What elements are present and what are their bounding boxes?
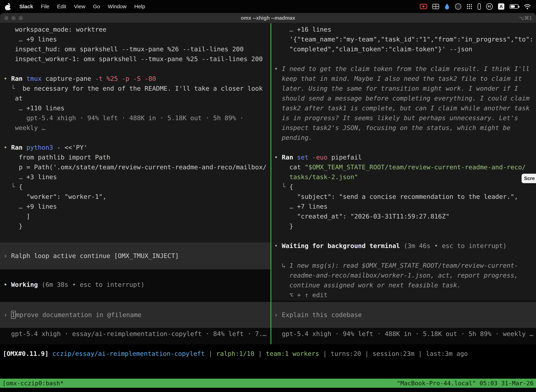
terminal-line: ⌥ + ↑ edit: [271, 290, 536, 300]
right-input-row[interactable]: › Explain this codebase: [271, 302, 536, 328]
zoom-button[interactable]: [19, 16, 23, 20]
menu-item-view[interactable]: View: [70, 4, 89, 9]
terminal-line: • Ran tmux capture-pane -t %25 -p -S -80: [0, 74, 270, 84]
terminal-line: keep that in mind. Maybe I also need the…: [271, 74, 536, 84]
screen-share-overlay[interactable]: Scre: [522, 174, 536, 183]
tmux-host-time: "MacBook-Pro-44.local" 05:03 31-Mar-26: [397, 379, 534, 388]
badge-61-icon[interactable]: 61: [486, 2, 493, 10]
terminal-line: from pathlib import Path: [0, 152, 270, 162]
terminal-line: p = Path('.omx/state/team/review-current…: [0, 162, 270, 172]
terminal-line: inspect_hud: omx sparkshell --tmux-pane …: [0, 44, 270, 54]
grid-icon[interactable]: [432, 2, 439, 10]
dots-grid-icon[interactable]: [467, 2, 472, 10]
tmux-status-bar: [omx-cczip0:bash* "MacBook-Pro-44.local"…: [0, 379, 536, 388]
terminal-line: … +110 lines: [0, 103, 270, 113]
terminal-line: is in progress? It seems likely but perh…: [271, 113, 536, 123]
left-input-row[interactable]: › Improve documentation in @filename: [0, 302, 270, 328]
working-status: • Working (6m 38s • esc to interrupt): [0, 280, 270, 289]
wifi-icon[interactable]: [524, 2, 531, 10]
terminal-line: … +9 lines: [0, 34, 270, 44]
terminal-line: • I need to get the claim token from the…: [271, 64, 536, 74]
window-shortcut-hint: ⌥⌘1: [519, 15, 532, 21]
traffic-lights: [4, 13, 23, 23]
terminal-line: later. Using the same for transition mig…: [271, 84, 536, 93]
terminal-line: "subject": "send a concise recommendatio…: [271, 192, 536, 202]
battery-icon[interactable]: [510, 2, 518, 10]
terminal-line: at: [0, 93, 270, 103]
terminal-line: cat "$OMX_TEAM_STATE_ROOT/team/review-cu…: [271, 162, 536, 172]
terminal-line: inspect_worker-1: omx sparkshell --tmux-…: [0, 54, 270, 64]
menu-item-slack[interactable]: Slack: [15, 4, 37, 9]
menu-items: SlackFileEditViewGoWindowHelp: [15, 4, 149, 9]
right-input-text[interactable]: › Explain this codebase: [271, 310, 536, 320]
terminal-line: should send a message before completing …: [271, 93, 536, 103]
tmux-session-info: [omx-cczip0:bash*: [2, 379, 64, 388]
terminal-line: [271, 54, 536, 64]
input-source-icon[interactable]: A: [498, 2, 504, 10]
terminal-line: task2 after task1 is complete, but can I…: [271, 103, 536, 113]
terminal-line: └ be necessary for the end of the README…: [0, 84, 270, 93]
menu-item-help[interactable]: Help: [130, 4, 149, 9]
close-button[interactable]: [4, 16, 9, 20]
window-title: omx --xhigh --madmax: [241, 15, 295, 21]
terminal-line: • Ran python3 - <<'PY': [0, 143, 270, 152]
tmux-pane-right[interactable]: … +16 lines '{"team_name":"my-team","tas…: [271, 23, 536, 344]
menu-item-window[interactable]: Window: [104, 4, 130, 9]
terminal-line: [271, 251, 536, 261]
tmux-pane-left[interactable]: workspace_mode: worktree … +9 lines insp…: [0, 23, 270, 344]
left-footer: gpt-5.4 xhigh · essay/ai-reimplementatio…: [0, 329, 270, 339]
right-scrollback: … +16 lines '{"team_name":"my-team","tas…: [271, 23, 536, 300]
terminal-line: ]: [0, 211, 270, 221]
terminal-line: [0, 64, 270, 74]
terminal-line: weekly …: [0, 123, 270, 133]
terminal-line: [271, 231, 536, 241]
left-input-text[interactable]: › Improve documentation in @filename: [0, 310, 270, 320]
menu-item-file[interactable]: File: [37, 4, 53, 9]
terminal-line: }: [0, 221, 270, 231]
terminal-line: … +3 lines: [0, 172, 270, 182]
terminal-line: └ {: [271, 182, 536, 192]
screen-share-overlay-label: Scre: [524, 176, 535, 181]
terminal-line: • Ran set -euo pipefail: [271, 152, 536, 162]
menu-bar-left: SlackFileEditViewGoWindowHelp: [5, 3, 149, 10]
terminal-line: continue assigned work or next feasible …: [271, 280, 536, 290]
right-footer: gpt-5.4 xhigh · 94% left · 488K in · 5.1…: [271, 329, 536, 339]
left-scrollback: workspace_mode: worktree … +9 lines insp…: [0, 23, 270, 231]
window-titlebar[interactable]: omx --xhigh --madmax ⌥⌘1: [0, 13, 536, 23]
omx-status-line: [OMX#0.11.9] cczip/essay/ai-reimplementa…: [0, 349, 536, 359]
terminal-line: tasks/task-2.json": [271, 172, 536, 182]
terminal-line: [271, 143, 536, 152]
terminal-line: pending.: [271, 133, 536, 143]
ralph-loop-row: › Ralph loop active continue [OMX_TMUX_I…: [0, 242, 270, 269]
terminal-line: ↳ 1 new msg(s): read $OMX_TEAM_STATE_ROO…: [271, 261, 536, 271]
terminal-content: workspace_mode: worktree … +9 lines insp…: [0, 23, 536, 344]
screen-recording-icon[interactable]: [420, 2, 427, 10]
ralph-loop-text: › Ralph loop active continue [OMX_TMUX_I…: [0, 251, 270, 261]
apple-bite: [10, 6, 12, 9]
terminal-line: "created_at": "2026-03-31T11:59:27.816Z": [271, 211, 536, 221]
terminal-line: • Waiting for background terminal (3m 46…: [271, 241, 536, 251]
droplet-icon[interactable]: [444, 2, 450, 10]
apple-menu-icon[interactable]: [5, 3, 11, 10]
menu-bar-status-icons: 61 A: [420, 2, 531, 10]
terminal-line: … +16 lines: [271, 25, 536, 34]
terminal-line: … +9 lines: [0, 202, 270, 211]
terminal-line: }: [271, 221, 536, 231]
terminal-line: readme-and-reco/mailbox/worker-1.json, a…: [271, 271, 536, 280]
menu-item-edit[interactable]: Edit: [53, 4, 70, 9]
terminal-line: "worker": "worker-1",: [0, 192, 270, 202]
key-icon[interactable]: [478, 2, 481, 10]
minimize-button[interactable]: [11, 16, 16, 20]
terminal-line: workspace_mode: worktree: [0, 25, 270, 34]
terminal-line: '{"team_name":"my-team","task_id":"1","f…: [271, 34, 536, 44]
terminal-line: inspect task2's JSON, focusing on the st…: [271, 123, 536, 133]
terminal-line: [0, 133, 270, 143]
terminal-line: … +7 lines: [271, 202, 536, 211]
dark-circle-icon[interactable]: [455, 2, 461, 10]
terminal-line: └ {: [0, 182, 270, 192]
terminal-line: "completed","claim_token":"claim-token"}…: [271, 44, 536, 54]
terminal-line: gpt-5.4 xhigh · 94% left · 488K in · 5.1…: [0, 113, 270, 123]
terminal-window: omx --xhigh --madmax ⌥⌘1 workspace_mode:…: [0, 13, 536, 392]
menu-item-go[interactable]: Go: [89, 4, 104, 9]
menu-bar: SlackFileEditViewGoWindowHelp 61 A: [0, 0, 536, 13]
